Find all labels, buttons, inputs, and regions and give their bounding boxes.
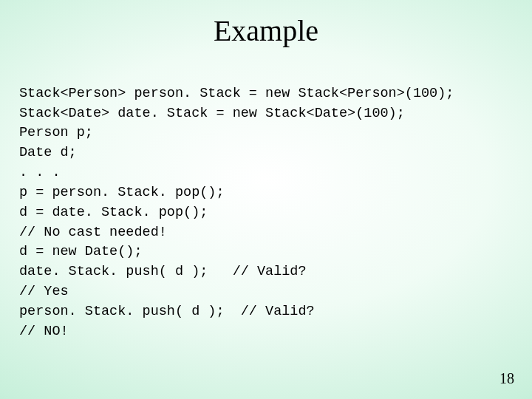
code-line: Stack<Person> person. Stack = new Stack<… xyxy=(19,86,454,101)
code-line: p = person. Stack. pop(); xyxy=(19,185,225,200)
code-line: d = new Date(); xyxy=(19,244,143,259)
code-line: person. Stack. push( d ); // Valid? xyxy=(19,304,315,319)
code-line: Date d; xyxy=(19,145,77,160)
page-number: 18 xyxy=(499,370,514,387)
code-line: // Yes xyxy=(19,284,69,299)
code-block: Stack<Person> person. Stack = new Stack<… xyxy=(0,55,532,341)
code-line: // No cast needed! xyxy=(19,225,167,240)
code-line: Stack<Date> date. Stack = new Stack<Date… xyxy=(19,106,405,121)
code-line: d = date. Stack. pop(); xyxy=(19,205,208,220)
slide-title: Example xyxy=(0,0,532,55)
code-line: . . . xyxy=(19,165,61,180)
code-line: Person p; xyxy=(19,125,93,140)
code-line: // NO! xyxy=(19,324,69,339)
code-line: date. Stack. push( d ); // Valid? xyxy=(19,264,307,279)
